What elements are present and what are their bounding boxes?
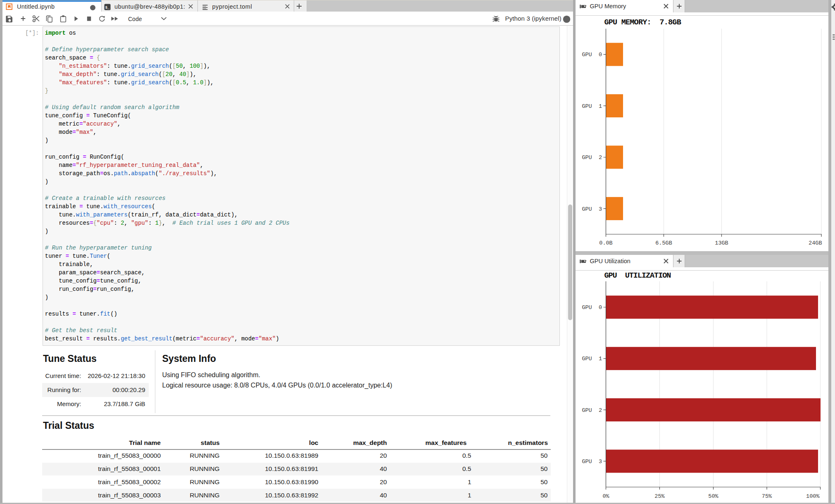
svg-text:GPU MEMORY: 7.8GB: GPU MEMORY: 7.8GB	[604, 18, 681, 27]
svg-text:75%: 75%	[761, 493, 772, 499]
svg-text:GPU 1: GPU 1	[582, 103, 602, 109]
svg-text:GPU 3: GPU 3	[582, 206, 602, 212]
svg-text:24GB: 24GB	[809, 240, 822, 246]
svg-text:$_: $_	[105, 6, 110, 10]
svg-text:0.0B: 0.0B	[599, 240, 612, 246]
svg-text:GPU UTILIZATION: GPU UTILIZATION	[604, 271, 671, 280]
svg-text:50%: 50%	[708, 493, 718, 499]
svg-text:GPU 2: GPU 2	[582, 155, 602, 161]
svg-text:GPU 1: GPU 1	[582, 356, 602, 362]
svg-text:25%: 25%	[654, 493, 665, 499]
svg-text:GPU 2: GPU 2	[582, 407, 602, 414]
svg-text:GPU 3: GPU 3	[582, 459, 602, 465]
svg-text:GPU 0: GPU 0	[582, 304, 602, 311]
svg-text:13GB: 13GB	[715, 240, 728, 246]
svg-text:100%: 100%	[806, 493, 820, 499]
svg-text:0%: 0%	[602, 493, 609, 499]
svg-text:GPU 0: GPU 0	[582, 52, 602, 58]
svg-text:6.5GB: 6.5GB	[655, 240, 672, 246]
